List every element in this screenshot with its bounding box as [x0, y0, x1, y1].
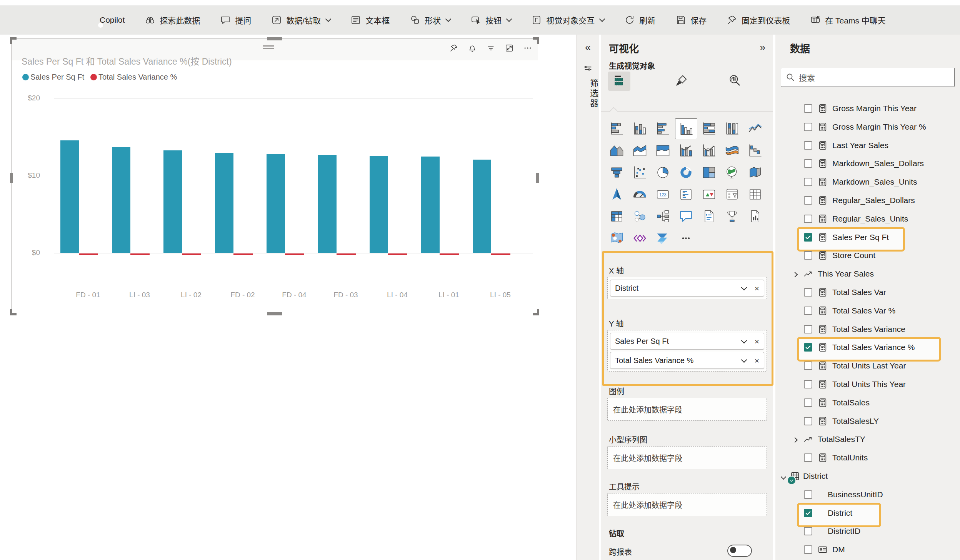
field-pill[interactable]: Total Sales Variance %×	[610, 352, 764, 369]
visual-type-waterfall[interactable]	[744, 140, 766, 160]
field-checkbox[interactable]	[804, 104, 812, 113]
column-sales-per-sq-ft[interactable]	[60, 140, 79, 253]
filters-pane-label[interactable]: 筛选器	[577, 79, 599, 109]
column-total-sales-variance[interactable]	[130, 253, 150, 255]
field-checkbox[interactable]	[804, 398, 812, 407]
visual-type-stacked-area[interactable]	[629, 140, 650, 160]
toolbar-item-teams[interactable]: 在 Teams 中聊天	[810, 14, 886, 26]
visual-type-100-stacked-bar[interactable]	[698, 118, 720, 138]
visual-type-ribbon[interactable]	[721, 140, 743, 160]
visual-type-donut[interactable]	[675, 162, 697, 182]
expand-filters-button[interactable]: «	[577, 42, 599, 53]
toolbar-item-shapes[interactable]: 形状	[410, 14, 450, 26]
visual-type-clustered-bar[interactable]	[652, 118, 673, 138]
toolbar-item-pin[interactable]: 固定到仪表板	[727, 14, 790, 26]
visual-type-pie[interactable]	[652, 162, 673, 182]
x-axis-well[interactable]: District×	[607, 277, 767, 299]
remove-field-icon[interactable]: ×	[755, 337, 759, 345]
visual-type-qa[interactable]	[675, 206, 697, 226]
toolbar-item-copilot[interactable]: Copilot	[95, 15, 125, 25]
field-row-totalunits[interactable]: TotalUnits	[775, 448, 960, 467]
column-total-sales-variance[interactable]	[79, 253, 98, 255]
chevron-down-icon[interactable]	[741, 284, 747, 290]
tab-build-visual[interactable]	[608, 72, 630, 91]
toolbar-item-chat-bubble[interactable]: 提问	[220, 14, 251, 26]
visual-type-key-influencers[interactable]	[629, 206, 650, 226]
visual-type-smart-narrative[interactable]	[698, 206, 720, 226]
field-row-markdown-sales-dollars[interactable]: Markdown_Sales_Dollars	[775, 154, 960, 173]
drag-grabber-icon[interactable]	[263, 45, 274, 47]
field-row-total-units-this-year[interactable]: Total Units This Year	[775, 375, 960, 393]
column-sales-per-sq-ft[interactable]	[318, 155, 337, 253]
visual-type-more-visuals[interactable]	[675, 228, 697, 248]
field-checkbox[interactable]	[804, 288, 812, 297]
resize-handle-right[interactable]	[536, 173, 539, 183]
expander-right-icon[interactable]	[792, 437, 798, 443]
column-sales-per-sq-ft[interactable]	[215, 153, 233, 253]
field-checkbox[interactable]	[804, 215, 812, 223]
visual-type-100-stacked-area[interactable]	[652, 140, 673, 160]
field-row-regular-sales-dollars[interactable]: Regular_Sales_Dollars	[775, 191, 960, 210]
visual-type-power-automate[interactable]	[652, 228, 673, 248]
visual-type-filled-map[interactable]	[744, 162, 766, 182]
column-total-sales-variance[interactable]	[440, 253, 459, 255]
column-sales-per-sq-ft[interactable]	[112, 147, 130, 253]
visual-type-area[interactable]	[606, 140, 627, 160]
visual-type-slicer[interactable]	[721, 184, 743, 204]
field-row-businessunitid[interactable]: BusinessUnitID	[775, 485, 960, 504]
field-row-this-year-sales[interactable]: This Year Sales	[775, 265, 960, 283]
visual-type-treemap[interactable]	[698, 162, 720, 182]
visual-type-line[interactable]	[744, 118, 766, 138]
field-row-totalsalesly[interactable]: TotalSalesLY	[775, 412, 960, 430]
field-checkbox[interactable]	[804, 490, 812, 499]
field-row-districtid[interactable]: DistrictID	[775, 522, 960, 540]
field-row-last-year-sales[interactable]: Last Year Sales	[775, 136, 960, 155]
visual-type-gauge[interactable]	[629, 184, 650, 204]
field-checkbox[interactable]	[804, 343, 812, 352]
field-checkbox[interactable]	[804, 509, 812, 517]
resize-handle-bottom-right[interactable]	[533, 309, 539, 315]
resize-handle-top-right[interactable]	[533, 37, 539, 44]
visual-type-kpi[interactable]	[698, 184, 720, 204]
focus-mode-icon[interactable]	[505, 43, 514, 54]
field-row-totalsales[interactable]: TotalSales	[775, 393, 960, 412]
column-sales-per-sq-ft[interactable]	[370, 156, 388, 253]
report-canvas[interactable]: Sales Per Sq Ft 和 Total Sales Variance %…	[0, 35, 576, 560]
column-sales-per-sq-ft[interactable]	[473, 160, 491, 253]
visual-type-stacked-bar[interactable]	[606, 118, 627, 138]
toolbar-item-data-drill[interactable]: 数据/钻取	[271, 14, 330, 26]
cross-report-toggle[interactable]	[727, 545, 752, 557]
visual-type-line-and-stacked-column[interactable]	[675, 140, 697, 160]
y-axis-well[interactable]: Sales Per Sq Ft×Total Sales Variance %×	[607, 330, 767, 372]
field-checkbox[interactable]	[804, 545, 812, 554]
visual-type-line-and-clustered-column[interactable]	[698, 140, 720, 160]
collapse-visualizations-button[interactable]: »	[760, 42, 765, 53]
field-row-total-sales-var-[interactable]: Total Sales Var %	[775, 302, 960, 320]
column-total-sales-variance[interactable]	[491, 253, 510, 255]
tooltips-well[interactable]: 在此处添加数据字段	[607, 493, 767, 516]
visual-type-map[interactable]	[721, 162, 743, 182]
tab-format-visual[interactable]	[670, 72, 693, 91]
remove-field-icon[interactable]: ×	[755, 284, 759, 292]
field-row-district[interactable]: District	[775, 467, 960, 485]
field-pill[interactable]: Sales Per Sq Ft×	[610, 333, 764, 350]
column-total-sales-variance[interactable]	[233, 253, 253, 255]
visual-type-stacked-column[interactable]	[629, 118, 650, 138]
visual-type-card[interactable]: 123	[652, 184, 673, 204]
field-row-dm[interactable]: DM	[775, 540, 960, 559]
toolbar-item-visual-interactions[interactable]: 视觉对象交互	[531, 14, 604, 26]
visual-type-power-apps[interactable]	[629, 228, 650, 248]
column-chart-visual[interactable]: Sales Per Sq Ft 和 Total Sales Variance %…	[11, 38, 538, 314]
field-row-total-sales-variance-[interactable]: Total Sales Variance %	[775, 338, 960, 357]
search-input[interactable]: 搜索	[781, 68, 955, 87]
field-row-sales-per-sq-ft[interactable]: Sales Per Sq Ft	[775, 228, 960, 247]
field-row-totalsalesty[interactable]: TotalSalesTY	[775, 430, 960, 448]
field-row-markdown-sales-units[interactable]: Markdown_Sales_Units	[775, 173, 960, 191]
field-checkbox[interactable]	[804, 178, 812, 186]
legend-well[interactable]: 在此处添加数据字段	[607, 398, 767, 421]
toolbar-item-button-cursor[interactable]: 按钮	[470, 14, 511, 26]
field-checkbox[interactable]	[804, 380, 812, 388]
field-checkbox[interactable]	[804, 362, 812, 370]
toolbar-item-save[interactable]: 保存	[675, 14, 707, 26]
chevron-down-icon[interactable]	[741, 357, 747, 363]
